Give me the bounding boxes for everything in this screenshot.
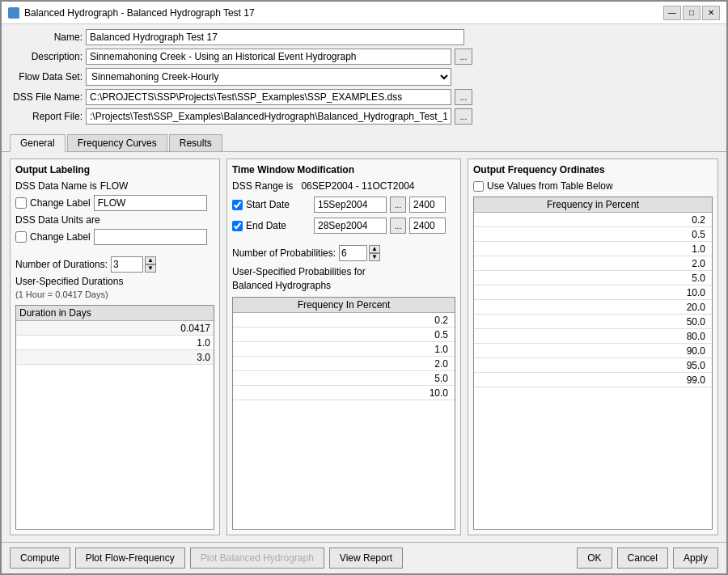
tabs-bar: General Frequency Curves Results	[2, 131, 726, 152]
num-prob-spinner: ▲ ▼	[339, 245, 380, 261]
window-title: Balanced Hydrograph - Balanced Hydrograp…	[24, 7, 255, 19]
duration-row-2[interactable]: 1.0	[16, 336, 214, 350]
dss-range-row: DSS Range is 06SEP2004 - 11OCT2004	[232, 180, 455, 192]
output-freq-row-7[interactable]: 20.0	[474, 300, 712, 315]
dss-data-units-label: DSS Data Units are	[15, 214, 100, 226]
plot-balanced-hydrograph-button[interactable]: Plot Balanced Hydrograph	[190, 548, 324, 569]
tab-content: Output Labeling DSS Data Name is FLOW Ch…	[2, 152, 726, 542]
change-label-1-label: Change Label	[30, 197, 91, 209]
dss-file-browse-button[interactable]: ...	[455, 89, 472, 105]
num-prob-down[interactable]: ▼	[369, 253, 380, 261]
close-button[interactable]: ✕	[702, 6, 720, 20]
time-window-panel: Time Window Modification DSS Range is 06…	[226, 159, 461, 535]
start-time-input[interactable]	[409, 197, 446, 213]
output-labeling-title: Output Labeling	[15, 164, 214, 175]
output-freq-header: Frequency in Percent	[474, 197, 712, 213]
num-durations-down[interactable]: ▼	[145, 264, 156, 273]
maximize-button[interactable]: □	[683, 6, 700, 20]
user-specified-prob-label: User-Specified Probabilities for	[232, 266, 455, 277]
end-date-label: End Date	[246, 220, 311, 231]
description-input[interactable]	[86, 49, 451, 65]
change-label-1-checkbox[interactable]	[15, 197, 27, 209]
dss-data-name-value: FLOW	[100, 180, 129, 192]
name-input[interactable]	[86, 29, 464, 45]
output-freq-row-1[interactable]: 0.2	[474, 213, 712, 227]
change-label-1-input[interactable]	[94, 195, 207, 211]
flow-data-label: Flow Data Set:	[10, 71, 83, 82]
main-window: Balanced Hydrograph - Balanced Hydrograp…	[0, 0, 728, 575]
report-file-browse-button[interactable]: ...	[455, 108, 472, 125]
duration-row-4[interactable]	[16, 365, 214, 379]
dss-data-units-row: DSS Data Units are	[15, 214, 214, 226]
dss-range-value: 06SEP2004 - 11OCT2004	[301, 180, 414, 192]
end-date-input[interactable]	[314, 218, 387, 234]
output-freq-row-11[interactable]: 95.0	[474, 358, 712, 373]
view-report-button[interactable]: View Report	[329, 548, 403, 569]
num-durations-up[interactable]: ▲	[145, 256, 156, 264]
freq-row-6[interactable]: 10.0	[233, 386, 455, 400]
num-prob-spinner-btns: ▲ ▼	[369, 245, 380, 261]
tab-general[interactable]: General	[10, 134, 66, 152]
hour-note: (1 Hour = 0.0417 Days)	[15, 290, 214, 299]
dss-data-name-row: DSS Data Name is FLOW	[15, 180, 214, 192]
bottom-bar: Compute Plot Flow-Frequency Plot Balance…	[2, 542, 726, 573]
num-durations-label: Number of Durations:	[15, 259, 108, 270]
title-bar-controls: — □ ✕	[663, 6, 720, 20]
output-freq-panel: Output Frequency Ordinates Use Values fr…	[468, 159, 718, 535]
flow-data-row: Flow Data Set: Sinnemahoning Creek-Hourl…	[10, 68, 718, 86]
user-specified-label: User-Specified Durations	[15, 276, 214, 287]
output-freq-row-4[interactable]: 2.0	[474, 256, 712, 271]
report-file-row: Report File: ...	[10, 108, 718, 125]
duration-row-3[interactable]: 3.0	[16, 350, 214, 365]
apply-button[interactable]: Apply	[673, 548, 718, 569]
freq-row-3[interactable]: 1.0	[233, 342, 455, 357]
form-section: Name: Description: ... Flow Data Set: Si…	[2, 24, 726, 131]
change-label-2-input[interactable]	[94, 229, 207, 245]
num-prob-up[interactable]: ▲	[369, 245, 380, 253]
plot-flow-frequency-button[interactable]: Plot Flow-Frequency	[75, 548, 185, 569]
start-date-checkbox[interactable]	[232, 200, 243, 210]
output-freq-row-10[interactable]: 90.0	[474, 344, 712, 358]
num-prob-input[interactable]	[339, 245, 367, 261]
name-label: Name:	[10, 32, 83, 43]
output-freq-row-9[interactable]: 80.0	[474, 329, 712, 344]
num-durations-row: Number of Durations: ▲ ▼	[15, 256, 214, 273]
change-label-2-checkbox[interactable]	[15, 231, 27, 243]
use-values-checkbox[interactable]	[473, 181, 484, 192]
end-date-browse[interactable]: ...	[390, 218, 406, 234]
report-file-input[interactable]	[86, 108, 451, 125]
tab-frequency-curves[interactable]: Frequency Curves	[67, 134, 167, 151]
freq-row-5[interactable]: 5.0	[233, 371, 455, 386]
name-row: Name:	[10, 29, 718, 45]
end-date-row: End Date ...	[232, 218, 455, 234]
start-date-row: Start Date ...	[232, 197, 455, 213]
end-date-checkbox[interactable]	[232, 221, 243, 231]
minimize-button[interactable]: —	[663, 6, 681, 20]
end-time-input[interactable]	[409, 218, 446, 234]
output-freq-row-8[interactable]: 50.0	[474, 315, 712, 329]
num-durations-spinner-btns: ▲ ▼	[145, 256, 156, 273]
output-freq-row-6[interactable]: 10.0	[474, 285, 712, 300]
compute-button[interactable]: Compute	[10, 548, 70, 569]
description-browse-button[interactable]: ...	[455, 49, 472, 65]
output-freq-row-12[interactable]: 99.0	[474, 373, 712, 387]
start-date-input[interactable]	[314, 197, 387, 213]
num-durations-input[interactable]	[111, 256, 143, 273]
flow-data-select[interactable]: Sinnemahoning Creek-Hourly	[86, 68, 451, 86]
output-freq-row-5[interactable]: 5.0	[474, 271, 712, 285]
output-freq-row-2[interactable]: 0.5	[474, 227, 712, 242]
duration-row-1[interactable]: 0.0417	[16, 321, 214, 336]
use-values-row: Use Values from Table Below	[473, 180, 713, 192]
freq-row-7[interactable]	[233, 400, 455, 415]
ok-button[interactable]: OK	[577, 548, 612, 569]
dss-file-input[interactable]	[86, 89, 451, 105]
freq-table: Frequency In Percent 0.2 0.5 1.0 2.0 5.0…	[232, 297, 455, 530]
cancel-button[interactable]: Cancel	[617, 548, 668, 569]
start-date-browse[interactable]: ...	[390, 197, 406, 213]
freq-row-4[interactable]: 2.0	[233, 357, 455, 371]
freq-row-2[interactable]: 0.5	[233, 328, 455, 342]
tab-results[interactable]: Results	[169, 134, 222, 151]
description-row: Description: ...	[10, 49, 718, 65]
freq-row-1[interactable]: 0.2	[233, 313, 455, 328]
output-freq-row-3[interactable]: 1.0	[474, 242, 712, 256]
